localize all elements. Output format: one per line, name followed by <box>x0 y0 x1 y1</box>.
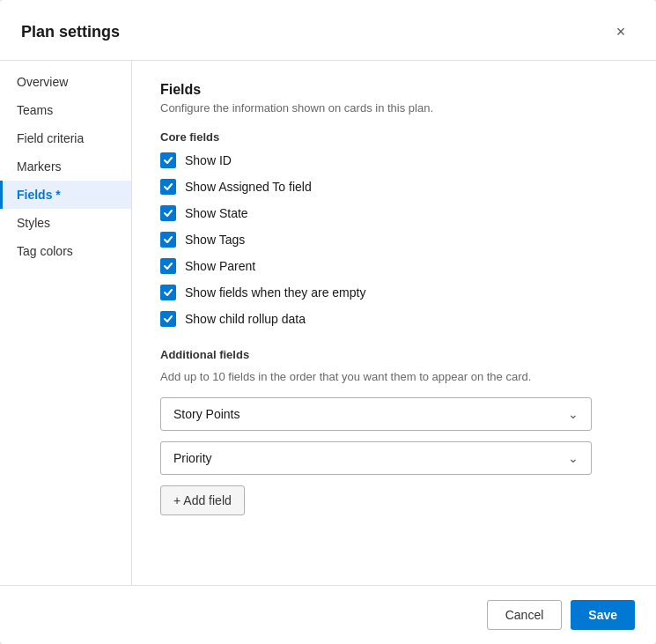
dialog-title: Plan settings <box>21 23 120 41</box>
save-button[interactable]: Save <box>571 600 635 630</box>
chevron-down-icon: ⌄ <box>568 407 579 421</box>
dialog-body: Overview Teams Field criteria Markers Fi… <box>0 61 656 585</box>
section-desc: Configure the information shown on cards… <box>160 101 628 115</box>
checkbox-label-show-rollup: Show child rollup data <box>185 312 306 326</box>
dialog-footer: Cancel Save <box>0 585 656 644</box>
checkbox-row-show-rollup: Show child rollup data <box>160 311 628 327</box>
checkbox-row-show-state: Show State <box>160 205 628 221</box>
plan-settings-dialog: Plan settings × Overview Teams Field cri… <box>0 0 656 644</box>
sidebar: Overview Teams Field criteria Markers Fi… <box>0 61 132 585</box>
story-points-value: Story Points <box>173 407 240 421</box>
checkbox-show-assigned-to[interactable] <box>160 179 176 195</box>
close-button[interactable]: × <box>607 18 635 46</box>
priority-dropdown[interactable]: Priority ⌄ <box>160 441 592 475</box>
checkbox-show-id[interactable] <box>160 152 176 168</box>
priority-value: Priority <box>173 451 212 465</box>
add-field-button[interactable]: + Add field <box>160 485 245 515</box>
checkbox-show-parent[interactable] <box>160 258 176 274</box>
checkbox-label-show-state: Show State <box>185 206 248 220</box>
sidebar-item-overview[interactable]: Overview <box>0 68 131 96</box>
checkbox-label-show-id: Show ID <box>185 153 232 167</box>
checkbox-show-rollup[interactable] <box>160 311 176 327</box>
checkbox-row-show-tags: Show Tags <box>160 232 628 248</box>
checkbox-row-show-empty: Show fields when they are empty <box>160 285 628 300</box>
chevron-down-icon-2: ⌄ <box>568 451 579 465</box>
additional-fields-desc: Add up to 10 fields in the order that yo… <box>160 370 628 383</box>
checkbox-label-show-empty: Show fields when they are empty <box>185 285 365 300</box>
sidebar-item-teams[interactable]: Teams <box>0 96 131 124</box>
checkbox-row-show-assigned-to: Show Assigned To field <box>160 179 628 195</box>
story-points-dropdown[interactable]: Story Points ⌄ <box>160 397 592 431</box>
additional-fields-section: Additional fields Add up to 10 fields in… <box>160 348 628 515</box>
main-content: Fields Configure the information shown o… <box>132 61 656 585</box>
dialog-header: Plan settings × <box>0 0 656 61</box>
checkbox-row-show-id: Show ID <box>160 152 628 168</box>
sidebar-item-tag-colors[interactable]: Tag colors <box>0 237 131 265</box>
additional-fields-title: Additional fields <box>160 348 628 361</box>
checkbox-show-state[interactable] <box>160 205 176 221</box>
sidebar-item-fields[interactable]: Fields * <box>0 181 131 209</box>
checkbox-label-show-tags: Show Tags <box>185 233 245 247</box>
sidebar-item-field-criteria[interactable]: Field criteria <box>0 124 131 152</box>
checkbox-show-empty[interactable] <box>160 285 176 300</box>
section-title: Fields <box>160 82 628 98</box>
sidebar-item-styles[interactable]: Styles <box>0 209 131 237</box>
checkbox-show-tags[interactable] <box>160 232 176 248</box>
checkbox-label-show-assigned-to: Show Assigned To field <box>185 180 312 194</box>
core-fields-title: Core fields <box>160 130 628 144</box>
checkbox-label-show-parent: Show Parent <box>185 259 255 273</box>
cancel-button[interactable]: Cancel <box>487 600 563 630</box>
checkbox-row-show-parent: Show Parent <box>160 258 628 274</box>
sidebar-item-markers[interactable]: Markers <box>0 152 131 181</box>
